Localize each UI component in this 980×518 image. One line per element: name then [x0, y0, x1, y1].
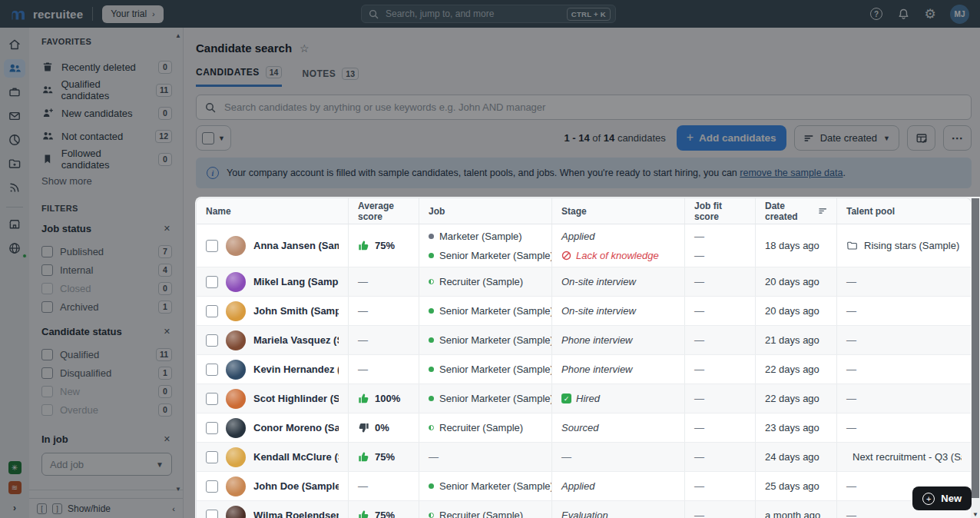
rail-candidates[interactable]	[4, 59, 25, 78]
trial-menu-button[interactable]: Your trial ›	[102, 5, 164, 23]
job-cell: Marketer (Sample)Senior Marketer (Sample…	[419, 224, 552, 267]
rail-careers-site[interactable]	[4, 215, 25, 234]
rail-jobs[interactable]	[4, 83, 25, 101]
rail-feed[interactable]	[4, 178, 25, 197]
favorite-star-icon[interactable]: ☆	[300, 42, 310, 55]
show-more-link[interactable]: Show more	[41, 175, 172, 187]
close-icon[interactable]: ✕	[162, 222, 172, 235]
edit-columns-button[interactable]	[907, 125, 935, 151]
checkbox[interactable]	[41, 404, 53, 416]
checkbox[interactable]	[41, 367, 53, 379]
mail-icon	[8, 109, 22, 123]
row-checkbox[interactable]	[206, 451, 218, 463]
add-candidates-button[interactable]: + Add candidates	[677, 125, 786, 151]
stage-cell: Evaluation	[552, 501, 685, 518]
more-actions-button[interactable]: ⋯	[943, 125, 972, 151]
help-button[interactable]: ?	[869, 7, 883, 21]
global-search-input[interactable]	[384, 8, 561, 20]
column-header-job[interactable]: Job	[419, 198, 552, 224]
column-header-average-score[interactable]: Average score	[349, 198, 419, 224]
rail-talent-pools[interactable]	[4, 154, 25, 173]
notifications-button[interactable]	[896, 7, 910, 21]
row-checkbox[interactable]	[206, 422, 218, 434]
scroll-down-icon[interactable]: ▼	[971, 511, 980, 518]
sidebar-item-new-candidates[interactable]: New candidates 0	[41, 101, 172, 125]
score-cell: —	[349, 267, 419, 296]
count-badge: 12	[155, 130, 172, 143]
sidebar-item-followed-candidates[interactable]: Followed candidates 0	[41, 148, 172, 171]
table-row[interactable]: John Doe (Sample) — Senior Marketer (Sam…	[197, 472, 971, 501]
row-checkbox[interactable]	[206, 393, 218, 405]
table-row[interactable]: Anna Jansen (Sample) 75% Marketer (Sampl…	[197, 224, 971, 267]
candidate-search-box[interactable]	[196, 95, 972, 120]
vertical-scrollbar[interactable]: ▼	[971, 198, 980, 518]
score-value: 75%	[375, 510, 395, 518]
brand-logo[interactable]: recruitee	[11, 8, 83, 21]
column-header-stage[interactable]: Stage	[552, 198, 685, 224]
sidebar-item-recently-deleted[interactable]: Recently deleted 0	[41, 55, 172, 78]
sidebar-item-not-contacted[interactable]: Not contacted 12	[41, 125, 172, 148]
column-header-job-fit-score[interactable]: Job fit score	[685, 198, 756, 224]
table-row[interactable]: Mikel Lang (Sample) — Recruiter (Sample)…	[197, 267, 971, 297]
row-checkbox[interactable]	[206, 480, 218, 493]
table-row[interactable]: Mariela Vasquez (Sample) — Senior Market…	[197, 326, 971, 355]
tab-count-badge: 13	[342, 68, 359, 80]
count-badge: 7	[158, 245, 172, 258]
new-button[interactable]: + New	[912, 486, 972, 510]
select-all-dropdown[interactable]: ▼	[196, 125, 231, 151]
table-row[interactable]: Conor Moreno (Sample) 0% Recruiter (Samp…	[197, 413, 971, 443]
global-search[interactable]: CTRL + K	[361, 5, 616, 23]
green-app-icon[interactable]: ✳	[8, 461, 22, 474]
checkbox[interactable]	[41, 349, 53, 360]
row-checkbox[interactable]	[206, 240, 218, 252]
rail-reports[interactable]	[4, 131, 25, 149]
select-all-checkbox[interactable]	[202, 132, 214, 144]
scroll-down-icon[interactable]: ▼	[175, 486, 181, 493]
orange-app-icon[interactable]: ≋	[8, 481, 22, 494]
checkbox[interactable]	[41, 301, 53, 313]
count-badge: 0	[158, 282, 172, 295]
row-checkbox[interactable]	[206, 305, 218, 317]
row-checkbox[interactable]	[206, 510, 218, 518]
table-row[interactable]: Scot Highlinder (Sample) 100% Senior Mar…	[197, 384, 971, 413]
rss-icon	[8, 181, 22, 194]
add-job-select[interactable]: Add job ▼	[41, 453, 172, 476]
tab-count-badge: 14	[266, 66, 283, 78]
sort-dropdown[interactable]: Date created ▼	[794, 125, 899, 151]
tab-candidates[interactable]: CANDIDATES 14	[196, 66, 282, 87]
candidate-name: John Smith (Sample)	[253, 305, 339, 317]
checkbox[interactable]	[41, 264, 53, 276]
row-checkbox[interactable]	[206, 334, 218, 347]
checkbox[interactable]	[41, 246, 53, 257]
expand-chevron-icon[interactable]: ›	[13, 501, 16, 513]
row-checkbox[interactable]	[206, 276, 218, 288]
checkbox[interactable]	[41, 386, 53, 397]
scrollbar-thumb[interactable]	[972, 198, 979, 498]
column-header-date-created[interactable]: Date created	[756, 198, 837, 224]
collapse-sidebar-icon[interactable]: ‹	[172, 504, 175, 513]
candidate-search-input[interactable]	[223, 101, 962, 114]
row-checkbox[interactable]	[206, 364, 218, 376]
empty-dash: —	[846, 510, 856, 518]
column-header-name[interactable]: Name	[197, 198, 349, 224]
user-avatar[interactable]: MJ	[950, 5, 969, 24]
table-row[interactable]: Kendall McClure (Sample) 75% — — — 24 da…	[197, 443, 971, 472]
stage-cell: Phone interview	[552, 355, 685, 384]
close-icon[interactable]: ✕	[162, 325, 172, 338]
table-row[interactable]: Kevin Hernandez (Sample) — Senior Market…	[197, 355, 971, 384]
remove-sample-data-link[interactable]: remove the sample data	[740, 168, 843, 178]
checkbox[interactable]	[41, 283, 53, 294]
settings-button[interactable]: ⚙	[923, 7, 937, 21]
filter-option-qualified: Qualified 11	[41, 345, 172, 364]
tab-notes[interactable]: NOTES 13	[302, 66, 359, 87]
rail-inbox[interactable]	[4, 107, 25, 125]
sidebar-item-qualified-candidates[interactable]: Qualified candidates 11	[41, 78, 172, 101]
rail-language[interactable]	[4, 239, 25, 257]
candidate-name: Kevin Hernandez (Sample)	[253, 364, 339, 375]
scroll-up-icon[interactable]: ▲	[175, 32, 181, 39]
table-row[interactable]: John Smith (Sample) — Senior Marketer (S…	[197, 297, 971, 326]
rail-home[interactable]	[4, 35, 25, 54]
close-icon[interactable]: ✕	[162, 433, 172, 446]
table-row[interactable]: Wilma Roelendsen (Sample) 75% Recruiter …	[197, 501, 971, 518]
column-header-talent-pool[interactable]: Talent pool	[837, 198, 971, 224]
